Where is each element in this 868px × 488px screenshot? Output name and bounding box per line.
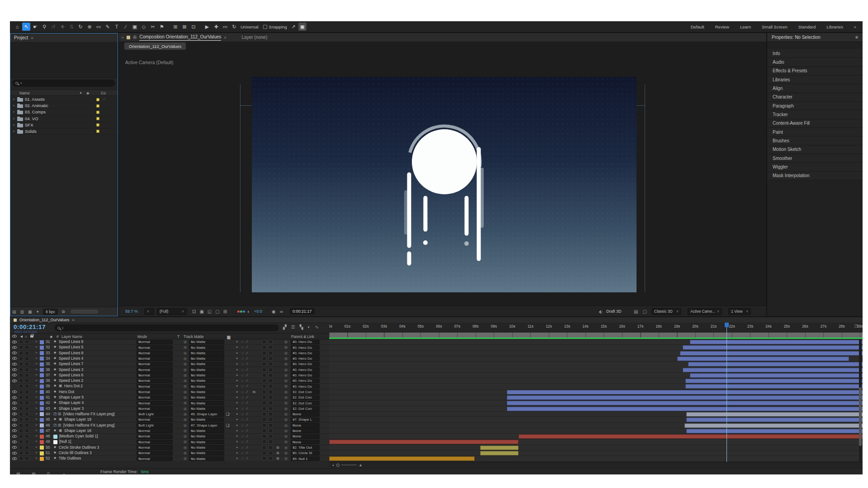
matte-pickwhip-icon[interactable]: ◎ xyxy=(184,362,187,366)
blend-mode-select[interactable]: Normal∨ xyxy=(137,428,173,433)
track-matte-select[interactable]: No Matte∨ xyxy=(189,345,224,350)
track-matte-column[interactable]: Track Matte xyxy=(184,334,204,339)
timeline-vertical-scrollbar[interactable] xyxy=(859,339,862,462)
layer-duration-bar[interactable] xyxy=(507,390,863,394)
expand-chevron-icon[interactable]: > xyxy=(13,117,15,121)
switch-cell[interactable] xyxy=(269,373,273,377)
layer-duration-bar[interactable] xyxy=(480,451,519,455)
layer-duration-bar[interactable] xyxy=(680,351,863,356)
effects-icon[interactable]: ◌ xyxy=(241,357,244,361)
matte-pickwhip-icon[interactable]: ◎ xyxy=(184,351,187,355)
expand-inout-panes-icon[interactable]: {} xyxy=(47,472,50,475)
blend-mode-select[interactable]: Normal∨ xyxy=(137,418,173,422)
expand-layer-switches-icon[interactable]: ▧ xyxy=(16,472,20,475)
label-color-swatch[interactable] xyxy=(40,440,44,444)
matte-pickwhip-icon[interactable]: ◎ xyxy=(184,451,187,455)
label-color-swatch[interactable] xyxy=(96,98,99,101)
hand-tool[interactable]: ☛ xyxy=(31,23,39,31)
quality-icon[interactable]: ⌖ xyxy=(236,390,238,394)
visibility-eye-icon[interactable] xyxy=(12,407,17,410)
audio-cell[interactable] xyxy=(19,401,23,405)
label-color-swatch[interactable] xyxy=(40,457,44,461)
parent-pickwhip-icon[interactable]: ◎ xyxy=(284,451,288,455)
switch-cell[interactable] xyxy=(262,395,266,399)
quality-icon[interactable]: ⌖ xyxy=(236,373,238,378)
quality-slash-icon[interactable]: ∕ xyxy=(247,451,247,455)
parent-pickwhip-icon[interactable]: ◎ xyxy=(284,423,288,427)
matte-pickwhip-icon[interactable]: ◎ xyxy=(184,407,187,411)
layer-name[interactable]: Speed Lines 4 xyxy=(59,356,83,361)
layer-duration-bar[interactable] xyxy=(683,368,863,372)
matte-toggle-icon[interactable]: ❑ xyxy=(226,423,229,427)
audio-cell[interactable] xyxy=(19,418,23,422)
column-name[interactable]: Name xyxy=(19,91,30,95)
scale-gizmo-icon[interactable]: ▭ xyxy=(221,23,229,31)
switch-cell[interactable] xyxy=(262,368,266,372)
parent-link-select[interactable]: 12. Dot Con∨ xyxy=(291,401,320,406)
matte-pickwhip-icon[interactable]: ◎ xyxy=(184,340,187,344)
expand-chevron-icon[interactable]: > xyxy=(13,103,15,108)
visibility-eye-icon[interactable] xyxy=(12,418,17,421)
track-matte-select[interactable]: No Matte∨ xyxy=(189,401,224,406)
quality-icon[interactable]: ⌖ xyxy=(236,351,238,356)
audio-cell[interactable] xyxy=(19,407,23,411)
blend-mode-select[interactable]: Soft Light∨ xyxy=(137,423,173,428)
draft-3d-icon[interactable]: ⬖ xyxy=(599,306,603,316)
comp-marker-bin-icon[interactable]: ◳ xyxy=(854,324,858,328)
label-color-swatch[interactable] xyxy=(96,111,99,114)
effects-icon[interactable]: ◌ xyxy=(241,345,244,349)
label-color-swatch[interactable] xyxy=(40,446,44,450)
label-column-icon[interactable]: ◈ xyxy=(86,91,90,95)
layer-duration-bar[interactable] xyxy=(685,384,863,389)
blend-mode-select[interactable]: Normal∨ xyxy=(137,389,173,394)
quality-icon[interactable]: ⌖ xyxy=(236,340,238,344)
layer-row[interactable]: >48[Medium Cyan Solid 1]Normal∨◎No Matte… xyxy=(10,434,329,439)
layer-duration-bar[interactable] xyxy=(507,395,863,400)
quality-slash-icon[interactable]: ∕ xyxy=(247,423,247,427)
parent-link-select[interactable]: 49. Null 1∨ xyxy=(291,456,320,461)
properties-item-align[interactable]: Align xyxy=(767,84,863,93)
zoom-tool[interactable]: ⚲ xyxy=(40,23,48,31)
effects-icon[interactable]: ◌ xyxy=(241,440,244,444)
workspace-small-screen[interactable]: Small Screen xyxy=(762,24,788,29)
quality-slash-icon[interactable]: ∕ xyxy=(247,446,247,450)
parent-link-select[interactable]: 40. Hero Do∨ xyxy=(291,384,320,389)
parent-pickwhip-icon[interactable]: ◎ xyxy=(284,345,288,349)
switch-cell[interactable] xyxy=(262,423,266,427)
flowchart-icon[interactable]: ▤ xyxy=(634,309,638,314)
properties-item-effects-presets[interactable]: Effects & Presets xyxy=(767,67,863,75)
lock-cell[interactable] xyxy=(25,412,29,416)
pan-camera-tool[interactable]: ✚ xyxy=(58,23,66,31)
zoom-level[interactable]: 59.7 % xyxy=(125,306,138,316)
parent-link-select[interactable]: None∨ xyxy=(291,423,320,428)
audio-cell[interactable] xyxy=(19,368,23,372)
effects-icon[interactable]: ◌ xyxy=(241,456,244,460)
grid-options-icon[interactable]: ▣ xyxy=(298,23,307,31)
switch-cell[interactable] xyxy=(262,412,266,416)
column-comment[interactable]: Co xyxy=(101,91,106,95)
label-color-swatch[interactable] xyxy=(96,104,99,108)
layer-row[interactable]: >39★▣Hero Dot 2Normal∨◎No Matte∨⌖◌∕◎40. … xyxy=(10,384,329,389)
label-color-swatch[interactable] xyxy=(40,412,44,416)
label-color-swatch[interactable] xyxy=(40,385,44,389)
blend-mode-select[interactable]: Normal∨ xyxy=(137,362,173,367)
expand-transfer-controls-icon[interactable]: ▨ xyxy=(32,472,36,475)
quality-icon[interactable]: ⌖ xyxy=(236,423,238,428)
visibility-eye-icon[interactable] xyxy=(12,396,17,399)
lock-cell[interactable] xyxy=(25,362,29,366)
expand-chevron-icon[interactable]: > xyxy=(35,412,38,416)
quality-slash-icon[interactable]: ∕ xyxy=(247,340,247,344)
switch-cell[interactable] xyxy=(262,340,266,344)
parent-link-select[interactable]: 40. Hero Do∨ xyxy=(291,373,320,378)
layer-row[interactable]: >34★Speed Lines 4Normal∨◎No Matte∨⌖◌∕◎40… xyxy=(10,356,329,361)
layer-name[interactable]: Speed Lines 2 xyxy=(59,378,83,383)
parent-link-select[interactable]: 12. Dot Con∨ xyxy=(291,395,320,400)
expand-chevron-icon[interactable]: > xyxy=(35,450,38,455)
audio-cell[interactable] xyxy=(19,351,23,355)
project-folder-row[interactable]: >04. VO xyxy=(10,116,118,122)
layer-row[interactable]: >50★Circle Stroke Outlines 3Normal∨◎No M… xyxy=(10,445,329,450)
matte-pickwhip-icon[interactable]: ◎ xyxy=(184,456,187,460)
selection-gizmo-icon[interactable]: ▶ xyxy=(203,23,211,31)
selection-tool[interactable]: ↖ xyxy=(22,23,30,31)
lock-cell[interactable] xyxy=(25,451,29,455)
